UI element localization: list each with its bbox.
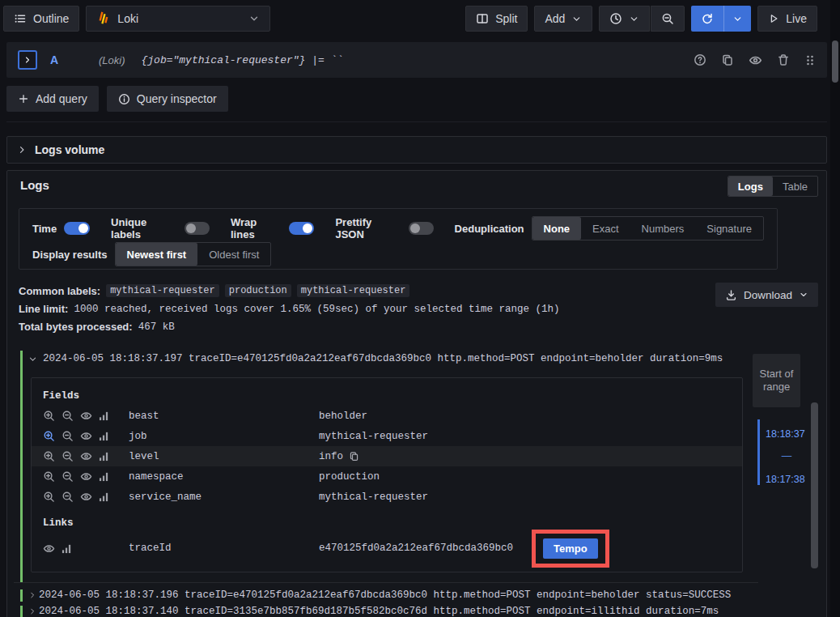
sort-option-oldest[interactable]: Oldest first	[197, 243, 270, 266]
page-scrollbar-thumb[interactable]	[832, 40, 838, 83]
logs-volume-title: Logs volume	[35, 143, 104, 156]
field-value: production	[319, 471, 380, 483]
controls-row-1: Time Unique labels Wrap lines Prettify J…	[32, 216, 764, 240]
show-field-eye-icon[interactable]	[80, 430, 92, 442]
filter-out-icon[interactable]	[62, 410, 74, 422]
deduplication-options: None Exact Numbers Signature	[532, 216, 764, 240]
live-button[interactable]: Live	[757, 6, 817, 32]
search-minus-icon	[661, 12, 674, 25]
deduplication-control: Deduplication None Exact Numbers Signatu…	[455, 216, 764, 240]
add-button[interactable]: Add	[534, 6, 592, 32]
link-row-traceid: traceId e470125fd0a2a212eaf67dbcda369bc0…	[43, 533, 731, 564]
dedup-option-none[interactable]: None	[532, 217, 582, 240]
drag-handle-icon[interactable]	[804, 54, 816, 66]
filter-for-icon[interactable]	[43, 410, 55, 422]
datasource-name: Loki	[117, 12, 138, 25]
dedup-option-signature[interactable]: Signature	[695, 217, 763, 240]
logs-volume-panel[interactable]: Logs volume	[6, 136, 827, 164]
view-option-logs[interactable]: Logs	[728, 177, 773, 196]
prettify-json-label: Prettify JSON	[335, 216, 401, 240]
sort-option-newest[interactable]: Newest first	[116, 243, 198, 266]
toolbar-right-group: Split Add	[465, 6, 817, 32]
log-row-expanded: 2024-06-05 18:18:37.197 traceID=e470125f…	[14, 351, 758, 582]
filter-out-icon[interactable]	[62, 430, 74, 442]
field-actions	[43, 491, 129, 503]
outline-button[interactable]: Outline	[3, 6, 79, 32]
download-button[interactable]: Download	[715, 283, 818, 307]
refresh-button[interactable]	[691, 6, 724, 32]
refresh-icon	[701, 12, 714, 25]
time-switch[interactable]	[64, 222, 90, 235]
log-line-text: 2024-06-05 18:18:37.197 traceID=e470125f…	[43, 353, 723, 364]
common-label-badge: production	[225, 284, 291, 297]
show-field-eye-icon[interactable]	[80, 450, 92, 462]
plus-icon	[18, 93, 29, 104]
refresh-interval-button[interactable]	[724, 6, 751, 32]
add-query-label: Add query	[36, 92, 87, 105]
log-row[interactable]: 2024-06-05 18:18:37.196 traceID=e470125f…	[14, 587, 758, 603]
field-actions	[43, 410, 129, 422]
query-expression[interactable]: {job="mythical-requester"} |= ``	[142, 54, 344, 66]
field-stats-icon[interactable]	[99, 431, 109, 441]
outline-label: Outline	[33, 12, 69, 25]
filter-for-icon[interactable]	[43, 450, 55, 462]
log-details: Fields beast beholder	[31, 377, 743, 572]
toggle-visibility-icon[interactable]	[749, 53, 762, 67]
wrap-lines-switch[interactable]	[289, 222, 314, 235]
start-of-range-tooltip: Start of range	[753, 354, 800, 407]
field-stats-icon[interactable]	[99, 451, 109, 462]
trace-id-value: e470125fd0a2a212eaf67dbcda369bc0	[319, 543, 513, 554]
common-label-badge: mythical-requester	[106, 284, 219, 297]
log-row[interactable]: 2024-06-05 18:18:37.140 traceID=3135e7bb…	[14, 603, 758, 617]
show-field-eye-icon[interactable]	[43, 543, 55, 555]
show-field-eye-icon[interactable]	[80, 491, 92, 503]
dedup-option-numbers[interactable]: Numbers	[630, 217, 696, 240]
prettify-json-switch[interactable]	[409, 222, 434, 235]
zoom-out-time-button[interactable]	[651, 6, 685, 32]
info-circle-icon	[118, 93, 130, 105]
log-rows-collapsed: 2024-06-05 18:18:37.196 traceID=e470125f…	[14, 582, 758, 617]
query-collapse-button[interactable]	[18, 50, 37, 70]
split-button[interactable]: Split	[465, 6, 528, 32]
filter-out-icon[interactable]	[62, 491, 74, 503]
log-level-indicator	[20, 589, 23, 602]
filter-out-icon[interactable]	[62, 450, 74, 462]
common-labels-label: Common labels:	[19, 285, 100, 297]
datasource-picker[interactable]: Loki	[86, 6, 270, 32]
line-limit-label: Line limit:	[19, 303, 68, 315]
wrap-lines-toggle: Wrap lines	[231, 216, 314, 240]
log-level-indicator	[20, 351, 23, 582]
field-stats-icon[interactable]	[62, 543, 72, 554]
copy-query-icon[interactable]	[721, 53, 734, 66]
tempo-link-button[interactable]: Tempo	[543, 538, 598, 559]
show-field-eye-icon[interactable]	[80, 470, 92, 483]
field-stats-icon[interactable]	[99, 471, 109, 482]
fields-title: Fields	[43, 386, 731, 406]
field-actions	[43, 430, 129, 442]
time-range-button[interactable]	[599, 6, 650, 32]
help-icon[interactable]	[694, 53, 706, 66]
query-inspector-button[interactable]: Query inspector	[107, 86, 228, 112]
total-bytes-value: 467 kB	[138, 321, 175, 333]
delete-query-icon[interactable]	[777, 53, 790, 66]
filter-for-icon[interactable]	[43, 491, 55, 503]
range-start-time: 18:17:38	[766, 474, 806, 485]
copy-value-icon[interactable]	[349, 451, 359, 462]
view-option-table[interactable]: Table	[773, 177, 817, 196]
filter-for-icon[interactable]	[43, 470, 55, 483]
logs-scrollbar-thumb[interactable]	[811, 402, 818, 568]
query-actions-icons	[694, 53, 816, 67]
field-stats-icon[interactable]	[99, 491, 109, 502]
dedup-option-exact[interactable]: Exact	[581, 217, 630, 240]
show-field-eye-icon[interactable]	[80, 410, 92, 422]
field-stats-icon[interactable]	[99, 411, 109, 421]
loki-logo-icon	[96, 11, 111, 26]
download-icon	[725, 289, 737, 301]
prettify-json-toggle: Prettify JSON	[335, 216, 433, 240]
unique-labels-switch[interactable]	[185, 222, 210, 235]
add-query-button[interactable]: Add query	[6, 86, 99, 112]
field-name: beast	[129, 411, 319, 422]
log-row-header[interactable]: 2024-06-05 18:18:37.197 traceID=e470125f…	[28, 351, 758, 367]
filter-out-icon[interactable]	[62, 470, 74, 483]
filter-for-icon-active[interactable]	[43, 430, 55, 442]
